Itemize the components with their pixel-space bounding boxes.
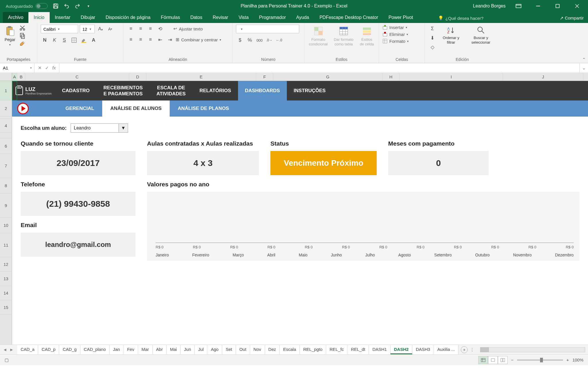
sheet-tab[interactable]: CAD_a bbox=[17, 345, 38, 354]
tell-me-icon[interactable]: 💡 bbox=[438, 16, 444, 21]
col-header[interactable]: H bbox=[382, 73, 400, 81]
tab-powerpivot[interactable]: Power Pivot bbox=[383, 12, 418, 23]
macro-record-icon[interactable]: ▢ bbox=[5, 357, 9, 363]
sheet-tab[interactable]: Escala bbox=[280, 345, 300, 354]
align-bottom-icon[interactable]: ≡ bbox=[146, 25, 154, 33]
col-header[interactable]: I bbox=[400, 73, 503, 81]
autosave-toggle[interactable]: Autoguardado bbox=[6, 3, 48, 9]
tab-home[interactable]: Inicio bbox=[28, 12, 49, 23]
expand-formula-icon[interactable]: ⌄ bbox=[579, 63, 588, 73]
share-button[interactable]: ↗ Compartir bbox=[560, 16, 584, 21]
col-header[interactable]: A bbox=[12, 73, 17, 81]
cell-styles-button[interactable]: Estilos de celda bbox=[358, 25, 375, 47]
cut-icon[interactable] bbox=[19, 25, 26, 31]
row-header[interactable]: 8 bbox=[0, 178, 12, 194]
row-header[interactable]: 14 bbox=[0, 286, 12, 300]
enter-formula-icon[interactable]: ✓ bbox=[45, 65, 49, 71]
nav-recebimentos[interactable]: RECEBIMENTOSE PAGAMENTOS bbox=[96, 81, 150, 100]
font-color-icon[interactable]: A bbox=[90, 36, 98, 44]
underline-icon[interactable]: S bbox=[60, 36, 68, 44]
zoom-out-icon[interactable]: − bbox=[511, 357, 514, 362]
font-name-dropdown[interactable]: Calibri bbox=[41, 25, 78, 33]
border-icon[interactable] bbox=[70, 36, 78, 44]
copy-icon[interactable] bbox=[19, 33, 26, 39]
sheet-tab[interactable]: Nov bbox=[250, 345, 265, 354]
select-all-corner[interactable] bbox=[0, 73, 12, 81]
tab-help[interactable]: Ayuda bbox=[291, 12, 314, 23]
col-header[interactable]: D bbox=[129, 73, 146, 81]
paste-button[interactable]: Pegar ▾ bbox=[3, 25, 16, 47]
tell-me-search[interactable]: ¿Qué desea hacer? bbox=[445, 16, 483, 21]
sheet-tab[interactable]: Mai bbox=[167, 345, 181, 354]
cancel-formula-icon[interactable]: ✕ bbox=[38, 65, 42, 71]
nav-instrucoes[interactable]: INSTRUÇÕES bbox=[287, 81, 332, 100]
tab-file[interactable]: Archivo bbox=[3, 12, 28, 23]
format-cells-button[interactable]: Formato▾ bbox=[382, 38, 421, 44]
fill-color-icon[interactable] bbox=[80, 36, 88, 44]
row-header[interactable]: 9 bbox=[0, 194, 12, 218]
col-header[interactable]: B bbox=[17, 73, 25, 81]
clear-icon[interactable]: ◇ bbox=[428, 43, 436, 51]
tab-insert[interactable]: Insertar bbox=[50, 12, 76, 23]
row-header[interactable]: 2 bbox=[0, 100, 12, 117]
subnav-analise-alunos[interactable]: ANÁLISE DE ALUNOS bbox=[102, 100, 170, 117]
sheet-tab[interactable]: DASH2 bbox=[390, 345, 412, 354]
worksheet[interactable]: LUZPlanilhas Empresariais CADASTRO RECEB… bbox=[12, 81, 588, 345]
decrease-decimal-icon[interactable]: ←.0 bbox=[275, 36, 283, 44]
sheet-tab[interactable]: Jul bbox=[195, 345, 207, 354]
sheet-tab[interactable]: Abr bbox=[153, 345, 167, 354]
nav-relatorios[interactable]: RELATÓRIOS bbox=[193, 81, 238, 100]
user-name[interactable]: Leandro Borges bbox=[473, 3, 506, 9]
redo-icon[interactable] bbox=[75, 3, 80, 9]
delete-cells-button[interactable]: Eliminar▾ bbox=[382, 32, 421, 37]
increase-font-icon[interactable]: A▴ bbox=[96, 25, 105, 33]
sheet-tab[interactable]: Auxilia ... bbox=[434, 345, 459, 354]
page-layout-view-icon[interactable] bbox=[488, 356, 498, 364]
row-header[interactable]: 12 bbox=[0, 257, 12, 272]
sheet-tab[interactable]: Jun bbox=[181, 345, 195, 354]
font-size-dropdown[interactable]: 12 bbox=[80, 25, 95, 33]
zoom-slider[interactable] bbox=[517, 359, 563, 361]
nav-escala[interactable]: ESCALA DEATIVIDADES bbox=[150, 81, 193, 100]
sheet-tab[interactable]: Set bbox=[222, 345, 236, 354]
sheet-tab[interactable]: Jan bbox=[110, 345, 124, 354]
sort-filter-button[interactable]: AZ Ordenar y filtrar bbox=[439, 25, 463, 46]
increase-decimal-icon[interactable]: .0→ bbox=[265, 36, 273, 44]
normal-view-icon[interactable] bbox=[478, 356, 488, 364]
accounting-icon[interactable]: $ bbox=[236, 36, 244, 44]
conditional-format-button[interactable]: Formato condicional bbox=[308, 25, 329, 47]
sheet-tab[interactable]: REL_fc bbox=[326, 345, 347, 354]
number-format-dropdown[interactable] bbox=[236, 25, 299, 33]
col-header[interactable]: F bbox=[256, 73, 273, 81]
align-left-icon[interactable]: ≡ bbox=[127, 36, 135, 44]
sheet-tab[interactable]: Mar bbox=[138, 345, 153, 354]
tab-formulas[interactable]: Fórmulas bbox=[156, 12, 185, 23]
maximize-icon[interactable] bbox=[551, 0, 564, 12]
col-header[interactable]: G bbox=[273, 73, 382, 81]
align-right-icon[interactable]: ≡ bbox=[146, 36, 154, 44]
row-header[interactable]: 10 bbox=[0, 218, 12, 233]
save-icon[interactable] bbox=[53, 3, 59, 9]
format-painter-icon[interactable] bbox=[19, 41, 26, 47]
merge-center-button[interactable]: ⊞Combinar y centrar▾ bbox=[176, 36, 221, 44]
tab-layout[interactable]: Disposición de página bbox=[100, 12, 156, 23]
row-header[interactable] bbox=[0, 133, 12, 138]
decrease-indent-icon[interactable]: ⇤ bbox=[156, 36, 164, 44]
nav-dashboards[interactable]: DASHBOARDS bbox=[238, 81, 287, 100]
collapse-ribbon-icon[interactable]: ⌃ bbox=[582, 57, 586, 62]
sheet-tab[interactable]: CAD_g bbox=[59, 345, 80, 354]
student-select[interactable]: Leandro ▼ bbox=[71, 123, 128, 133]
sheet-tab[interactable]: Dez bbox=[265, 345, 280, 354]
page-break-view-icon[interactable] bbox=[498, 356, 508, 364]
qat-dropdown-icon[interactable]: ▾ bbox=[86, 3, 91, 9]
align-center-icon[interactable]: ≡ bbox=[137, 36, 145, 44]
row-header[interactable]: 6 bbox=[0, 138, 12, 154]
increase-indent-icon[interactable]: ⇥ bbox=[166, 36, 174, 44]
row-header[interactable]: 13 bbox=[0, 272, 12, 286]
align-middle-icon[interactable]: ≡ bbox=[137, 25, 145, 33]
fill-icon[interactable]: ⬇ bbox=[428, 34, 436, 42]
sheet-tab[interactable]: DASH3 bbox=[412, 345, 434, 354]
autosum-icon[interactable]: Σ bbox=[428, 25, 436, 33]
formula-input[interactable] bbox=[59, 63, 579, 73]
subnav-analise-planos[interactable]: ANÁLISE DE PLANOS bbox=[170, 100, 237, 117]
